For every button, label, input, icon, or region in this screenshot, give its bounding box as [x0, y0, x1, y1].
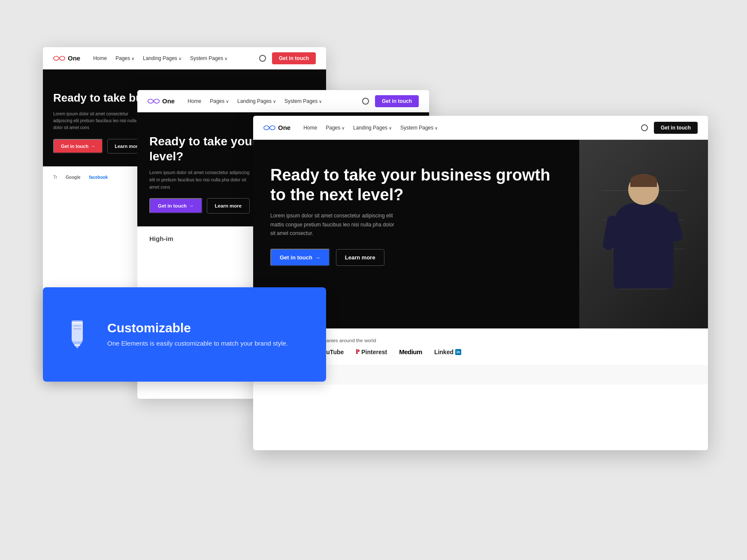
card-2-body: Lorem ipsum dolor sit amet consectetur a…	[149, 169, 252, 190]
card-1-nav-links: Home Pages Landing Pages System Pages	[93, 55, 259, 61]
trusted-linkedin: Linkedin	[434, 349, 461, 355]
card-1-cta-button[interactable]: Get in touch	[272, 52, 316, 64]
card-2-learn-button[interactable]: Learn more	[207, 198, 250, 214]
card-3-nav-right: Get in touch	[641, 122, 698, 134]
card-3: One Home Pages Landing Pages System Page…	[253, 116, 708, 450]
card-3-cta-button[interactable]: Get in touch	[654, 122, 698, 134]
person-body	[614, 203, 674, 289]
infinity-icon	[53, 55, 65, 62]
card-3-navbar: One Home Pages Landing Pages System Page…	[253, 116, 708, 140]
feature-title: Customizable	[107, 321, 288, 335]
card-1-logo-text: One	[68, 54, 80, 62]
card-2-nav-right: Get in touch	[362, 95, 419, 107]
card-1-nav-system[interactable]: System Pages	[190, 55, 227, 61]
feature-icon-wrap	[60, 317, 94, 352]
card-2-nav-pages[interactable]: Pages	[210, 98, 229, 104]
card-3-hero-buttons: Get in touch → Learn more	[270, 249, 562, 266]
card-1-body: Lorem ipsum dolor sit amet consectetur a…	[53, 111, 148, 131]
card-2-logo-text: One	[162, 97, 175, 105]
card-3-search-icon[interactable]	[641, 124, 648, 131]
card-1-cta-hero-button[interactable]: Get in touch →	[53, 139, 103, 154]
card-2-infinity-icon	[148, 98, 160, 105]
feature-text: Customizable One Elements is easily cust…	[107, 321, 288, 349]
svg-rect-2	[72, 320, 83, 324]
card-2-cta-button[interactable]: Get in touch	[375, 95, 419, 107]
card-1-nav-pages[interactable]: Pages	[115, 55, 134, 61]
trusted-pinterest: 𝐏 Pinterest	[356, 348, 387, 355]
person-figure	[592, 161, 695, 307]
card-3-nav-landing[interactable]: Landing Pages	[353, 125, 392, 131]
card-2-search-icon[interactable]	[362, 98, 369, 105]
card-3-learn-button[interactable]: Learn more	[336, 249, 384, 266]
feature-body: One Elements is easily customizable to m…	[107, 339, 288, 349]
card-3-nav-system[interactable]: System Pages	[400, 125, 438, 131]
card-1-logo: One	[53, 54, 80, 62]
pinterest-icon: 𝐏	[356, 348, 360, 355]
card-1-nav-right: Get in touch	[259, 52, 316, 64]
card-2-nav-home[interactable]: Home	[188, 98, 201, 104]
card-1-navbar: One Home Pages Landing Pages System Page…	[43, 47, 326, 69]
card-2-cta-hero-button[interactable]: Get in touch →	[149, 198, 203, 214]
feature-box: Customizable One Elements is easily cust…	[43, 287, 326, 382]
card-3-cta-hero-button[interactable]: Get in touch →	[270, 249, 330, 266]
card-3-headline: Ready to take your business growth to th…	[270, 166, 562, 205]
card-2-nav-system[interactable]: System Pages	[284, 98, 322, 104]
svg-rect-5	[74, 344, 80, 346]
card-2-navbar: One Home Pages Landing Pages System Page…	[137, 90, 429, 112]
card-3-logo: One	[263, 124, 290, 131]
person-head	[628, 174, 659, 205]
card-3-body: Lorem ipsum dolor sit amet consectetur a…	[270, 211, 399, 238]
linkedin-box: in	[455, 349, 461, 355]
card-2-logo: One	[148, 97, 175, 105]
trusted-logos: facebook YouTube 𝐏 Pinterest Medium Link…	[270, 348, 691, 355]
card-3-nav-links: Home Pages Landing Pages System Pages	[303, 125, 641, 131]
card-2-nav-landing[interactable]: Landing Pages	[237, 98, 276, 104]
card-3-logo-text: One	[278, 124, 290, 131]
card-1-nav-landing[interactable]: Landing Pages	[143, 55, 181, 61]
card-3-infinity-icon	[263, 124, 275, 131]
pencil-icon	[62, 319, 92, 349]
svg-rect-0	[72, 322, 83, 341]
canvas: One Home Pages Landing Pages System Page…	[21, 21, 726, 539]
trusted-title: Trusted by 10,000+ companies around the …	[270, 338, 691, 343]
card-3-nav-home[interactable]: Home	[303, 125, 317, 131]
card-1-trust-facebook: facebook	[89, 175, 108, 180]
search-icon[interactable]	[259, 55, 266, 62]
card-1-nav-home[interactable]: Home	[93, 55, 107, 61]
person-image	[579, 140, 708, 328]
trusted-medium: Medium	[399, 348, 422, 355]
card-3-nav-pages[interactable]: Pages	[326, 125, 345, 131]
card-1-trust-google: Google	[66, 175, 80, 180]
card-3-hero-image	[579, 140, 708, 328]
card-2-nav-links: Home Pages Landing Pages System Pages	[188, 98, 362, 104]
card-1-trust-prefix: Tr	[53, 175, 57, 180]
